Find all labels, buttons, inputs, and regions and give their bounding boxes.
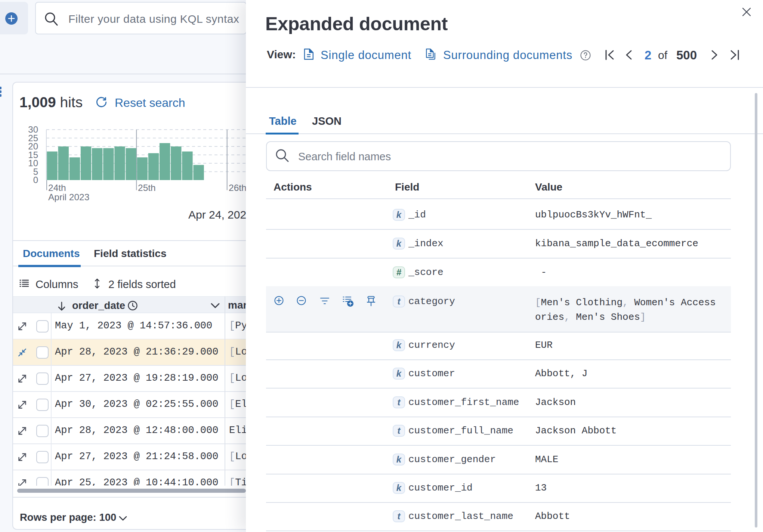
svg-text:0: 0 (33, 175, 38, 185)
